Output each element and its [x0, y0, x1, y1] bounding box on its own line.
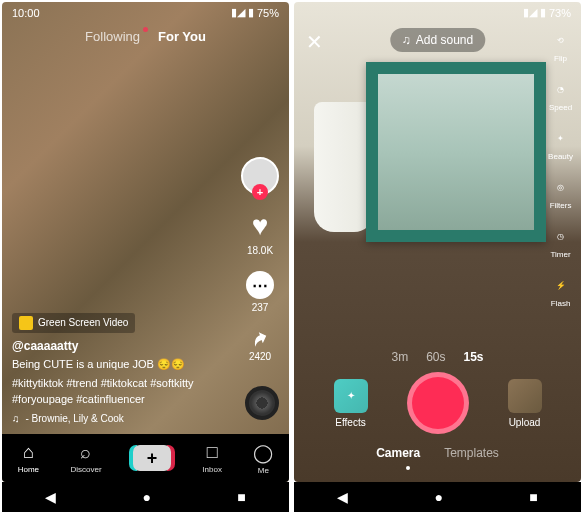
username[interactable]: @caaaaatty: [12, 339, 229, 353]
record-row: ✦ Effects Upload: [294, 372, 581, 434]
nav-discover[interactable]: ⌕Discover: [70, 442, 101, 474]
profile-button[interactable]: +: [241, 157, 279, 195]
camera-tools: ⟲Flip ◔Speed ✦Beauty ◎Filters ◷Timer ⚡Fl…: [548, 28, 573, 308]
share-count: 2420: [249, 351, 271, 362]
tool-beauty[interactable]: ✦Beauty: [548, 126, 573, 161]
caption-area: Green Screen Video @caaaaatty Being CUTE…: [12, 313, 229, 424]
mode-tabs: Camera Templates: [376, 446, 499, 460]
upload-button[interactable]: Upload: [508, 379, 542, 428]
share-icon: [247, 325, 273, 351]
timer-icon: ◷: [549, 224, 573, 248]
effects-button[interactable]: ✦ Effects: [334, 379, 368, 428]
effect-icon: [19, 316, 33, 330]
comment-count: 237: [252, 302, 269, 313]
signal-icon: ▮◢: [523, 6, 537, 19]
tab-foryou[interactable]: For You: [158, 29, 206, 44]
status-bar: ▮◢ ▮ 73%: [294, 2, 581, 23]
like-count: 18.0K: [247, 245, 273, 256]
feed-tabs: Following For You: [2, 23, 289, 50]
clock: 10:00: [12, 7, 40, 19]
inbox-icon: □: [207, 442, 218, 463]
nav-home[interactable]: ⌂Home: [18, 442, 39, 474]
status-icons: ▮◢ ▮ 75%: [231, 6, 279, 19]
person-icon: ◯: [253, 442, 273, 464]
battery-icon: ▮: [540, 6, 546, 19]
feed-screen: 10:00 ▮◢ ▮ 75% Following For You + ♥ 18.…: [2, 2, 289, 482]
effects-icon: ✦: [334, 379, 368, 413]
battery-pct: 75%: [257, 7, 279, 19]
speed-icon: ◔: [549, 77, 573, 101]
filters-icon: ◎: [549, 175, 573, 199]
background-object: [314, 102, 374, 232]
like-button[interactable]: ♥ 18.0K: [247, 210, 273, 256]
search-icon: ⌕: [80, 442, 91, 463]
nav-me[interactable]: ◯Me: [253, 442, 273, 475]
battery-pct: 73%: [549, 7, 571, 19]
home-icon: ⌂: [23, 442, 34, 463]
status-icons: ▮◢ ▮ 73%: [523, 6, 571, 19]
back-button[interactable]: ◀: [45, 489, 56, 505]
record-button[interactable]: [407, 372, 469, 434]
camera-screen: ▮◢ ▮ 73% ✕ ♫ Add sound ⟲Flip ◔Speed ✦Bea…: [294, 2, 581, 482]
android-nav: ◀ ● ■: [294, 482, 581, 512]
mode-templates[interactable]: Templates: [444, 446, 499, 460]
music-note-icon: ♫: [12, 413, 20, 424]
duration-tabs: 3m 60s 15s: [391, 350, 483, 364]
tool-flash[interactable]: ⚡Flash: [549, 273, 573, 308]
music-note-icon: ♫: [402, 33, 411, 47]
nav-create[interactable]: +: [133, 445, 171, 471]
mode-indicator: [406, 466, 410, 470]
android-nav: ◀ ● ■: [2, 482, 289, 512]
follow-plus-icon[interactable]: +: [252, 184, 268, 200]
upload-icon: [508, 379, 542, 413]
plus-icon: +: [133, 445, 171, 471]
notification-dot: [143, 27, 148, 32]
comment-button[interactable]: ⋯ 237: [246, 271, 274, 313]
close-button[interactable]: ✕: [306, 30, 323, 54]
nav-inbox[interactable]: □Inbox: [202, 442, 222, 474]
beauty-icon: ✦: [549, 126, 573, 150]
sound-link[interactable]: ♫ - Brownie, Lily & Cook: [12, 413, 229, 424]
bottom-nav: ⌂Home ⌕Discover + □Inbox ◯Me: [2, 434, 289, 482]
effect-tag[interactable]: Green Screen Video: [12, 313, 135, 333]
add-sound-button[interactable]: ♫ Add sound: [390, 28, 485, 52]
home-button[interactable]: ●: [143, 489, 151, 505]
action-rail: + ♥ 18.0K ⋯ 237 2420: [241, 157, 279, 362]
flip-icon: ⟲: [549, 28, 573, 52]
share-button[interactable]: 2420: [249, 328, 271, 362]
caption-line-1: Being CUTE is a unique JOB 😔😔: [12, 357, 229, 372]
status-bar: 10:00 ▮◢ ▮ 75%: [2, 2, 289, 23]
flash-icon: ⚡: [549, 273, 573, 297]
caption-line-2: #kittytiktok #trend #tiktokcat #softkitt…: [12, 376, 229, 407]
tab-following[interactable]: Following: [85, 29, 140, 44]
duration-60s[interactable]: 60s: [426, 350, 445, 364]
avatar-icon: +: [241, 157, 279, 195]
heart-icon: ♥: [252, 210, 269, 242]
tool-speed[interactable]: ◔Speed: [549, 77, 573, 112]
recents-button[interactable]: ■: [237, 489, 245, 505]
sound-disc[interactable]: [245, 386, 279, 420]
mode-camera[interactable]: Camera: [376, 446, 420, 460]
background-frame: [366, 62, 546, 242]
recents-button[interactable]: ■: [529, 489, 537, 505]
duration-15s[interactable]: 15s: [464, 350, 484, 364]
duration-3m[interactable]: 3m: [391, 350, 408, 364]
tool-timer[interactable]: ◷Timer: [549, 224, 573, 259]
signal-icon: ▮◢: [231, 6, 245, 19]
comment-icon: ⋯: [246, 271, 274, 299]
back-button[interactable]: ◀: [337, 489, 348, 505]
battery-icon: ▮: [248, 6, 254, 19]
home-button[interactable]: ●: [435, 489, 443, 505]
tool-filters[interactable]: ◎Filters: [549, 175, 573, 210]
tool-flip[interactable]: ⟲Flip: [549, 28, 573, 63]
